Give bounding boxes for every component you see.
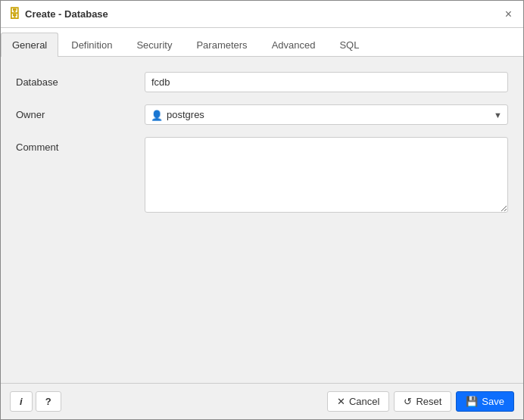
cancel-icon: ✕	[337, 396, 345, 407]
footer-right: ✕ Cancel ↺ Reset 💾 Save	[327, 391, 514, 412]
comment-field-wrapper	[145, 137, 508, 215]
database-label: Database	[16, 72, 145, 88]
tab-advanced[interactable]: Advanced	[260, 33, 327, 57]
info-label: i	[20, 396, 23, 407]
help-button[interactable]: ?	[36, 391, 61, 412]
owner-select-wrapper: 👤 postgres ▼	[145, 104, 508, 125]
dialog-title: 🗄 Create - Database	[8, 8, 108, 21]
database-field-wrapper	[145, 72, 508, 92]
dialog-footer: i ? ✕ Cancel ↺ Reset 💾 Save	[1, 383, 523, 419]
save-icon: 💾	[466, 396, 478, 407]
cancel-label: Cancel	[349, 396, 379, 407]
tab-security[interactable]: Security	[125, 33, 183, 57]
close-button[interactable]: ×	[501, 7, 516, 22]
comment-textarea[interactable]	[145, 137, 508, 213]
dialog-title-text: Create - Database	[25, 8, 108, 20]
tab-sql[interactable]: SQL	[328, 33, 370, 57]
save-label: Save	[482, 396, 504, 407]
tab-parameters[interactable]: Parameters	[185, 33, 258, 57]
reset-label: Reset	[416, 396, 441, 407]
database-input[interactable]	[145, 72, 508, 92]
comment-label: Comment	[16, 137, 145, 153]
reset-icon: ↺	[404, 396, 412, 407]
dialog-titlebar: 🗄 Create - Database ×	[1, 1, 523, 28]
dialog-body: Database Owner 👤 postgres ▼ Comment	[1, 57, 523, 383]
tab-definition[interactable]: Definition	[60, 33, 123, 57]
info-button[interactable]: i	[10, 391, 33, 412]
database-icon: 🗄	[8, 8, 20, 21]
owner-select[interactable]: postgres	[145, 104, 508, 125]
owner-row: Owner 👤 postgres ▼	[16, 104, 508, 125]
footer-left: i ?	[10, 391, 61, 412]
tab-general[interactable]: General	[1, 33, 58, 57]
cancel-button[interactable]: ✕ Cancel	[327, 391, 389, 412]
owner-field-wrapper: 👤 postgres ▼	[145, 104, 508, 125]
database-row: Database	[16, 72, 508, 92]
create-database-dialog: 🗄 Create - Database × General Definition…	[0, 0, 524, 420]
reset-button[interactable]: ↺ Reset	[394, 391, 451, 412]
comment-row: Comment	[16, 137, 508, 215]
help-label: ?	[45, 396, 51, 407]
save-button[interactable]: 💾 Save	[456, 391, 514, 412]
owner-label: Owner	[16, 104, 145, 120]
tab-bar: General Definition Security Parameters A…	[1, 28, 523, 57]
